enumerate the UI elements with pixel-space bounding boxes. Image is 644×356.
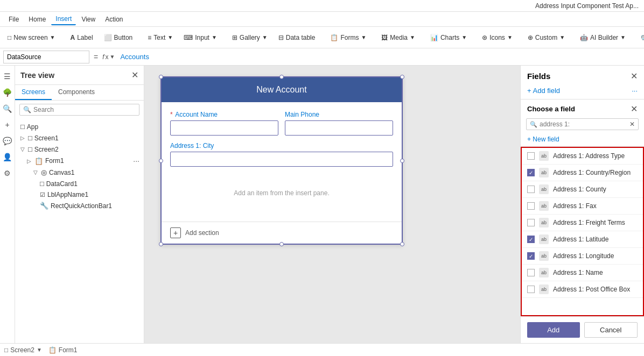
- field-item[interactable]: abAddress 1: Name: [522, 265, 643, 281]
- sidebar-chat-icon[interactable]: 💬: [1, 134, 14, 147]
- sidebar-menu-icon[interactable]: ☰: [1, 70, 14, 83]
- cancel-button[interactable]: Cancel: [584, 322, 638, 338]
- input-account-name[interactable]: [170, 120, 278, 136]
- field-item[interactable]: abAddress 1: Freight Terms: [522, 215, 643, 231]
- add-field-more-button[interactable]: ···: [632, 87, 638, 95]
- status-chevron-icon: ▼: [37, 347, 42, 353]
- sidebar-settings-icon[interactable]: ⚙: [1, 167, 14, 180]
- charts-button[interactable]: 📊 Charts ▼: [426, 32, 471, 44]
- field-item[interactable]: abAddress 1: Country/Region: [522, 165, 643, 181]
- icons-button[interactable]: ⊛ Icons ▼: [478, 32, 517, 44]
- field-item[interactable]: abAddress 1: County: [522, 181, 643, 198]
- tree-item-form1[interactable]: ▷ 📋 Form1 ···: [15, 155, 144, 167]
- field-item[interactable]: abAddress 1: Post Office Box: [522, 281, 643, 298]
- input-button[interactable]: ⌨ Input ▼: [179, 32, 221, 44]
- forms-button[interactable]: 📋 Forms ▼: [326, 32, 370, 44]
- handle-top-left[interactable]: [159, 75, 163, 79]
- tree-panel: Tree view ✕ Screens Components 🔍 □ App ▷…: [15, 66, 144, 343]
- field-checkbox[interactable]: [527, 286, 535, 293]
- ai-builder-button[interactable]: 🤖 AI Builder ▼: [576, 32, 630, 44]
- menu-action[interactable]: Action: [101, 14, 127, 25]
- screen2-icon: □: [28, 145, 32, 153]
- form1-more-button[interactable]: ···: [133, 156, 139, 165]
- handle-top[interactable]: [279, 75, 284, 79]
- menu-view[interactable]: View: [77, 14, 100, 25]
- new-screen-button[interactable]: □ New screen ▼: [3, 32, 60, 44]
- formula-bar: = fx ▼ Accounts: [0, 48, 644, 66]
- required-star: *: [170, 111, 173, 118]
- handle-bottom-left[interactable]: [159, 242, 163, 246]
- media-button[interactable]: 🖼 Media ▼: [377, 32, 419, 44]
- text-button[interactable]: ≡ Text ▼: [143, 32, 177, 44]
- datasource-input[interactable]: [3, 51, 89, 63]
- field-checkbox[interactable]: [527, 236, 535, 243]
- field-checkbox[interactable]: [527, 219, 535, 226]
- lblappname1-icon: ☑: [40, 191, 45, 198]
- add-section-button[interactable]: + Add section: [162, 222, 402, 244]
- handle-bottom[interactable]: [279, 242, 284, 246]
- add-button[interactable]: Add: [527, 322, 580, 338]
- tree-item-lblappname1[interactable]: ☑ LblAppName1: [15, 189, 144, 200]
- mixed-reality-button[interactable]: 🥽 Mixed Reality ▼: [636, 32, 644, 44]
- tree-item-app[interactable]: □ App: [15, 121, 144, 132]
- field-checkbox[interactable]: [527, 169, 535, 176]
- ai-builder-icon: 🤖: [580, 34, 588, 41]
- forms-chevron-icon: ▼: [361, 34, 366, 40]
- tree-item-screen2[interactable]: ▽ □ Screen2: [15, 144, 144, 155]
- tree-item-form1-label: Form1: [45, 157, 64, 165]
- button-button[interactable]: ⬜ Button: [100, 32, 137, 44]
- field-item[interactable]: abAddress 1: Address Type: [522, 148, 643, 165]
- field-search-input[interactable]: [540, 120, 627, 128]
- tree-close-button[interactable]: ✕: [131, 70, 138, 80]
- field-checkbox[interactable]: [527, 152, 535, 160]
- media-chevron-icon: ▼: [410, 34, 415, 40]
- field-search-clear-button[interactable]: ✕: [629, 120, 635, 128]
- tree-item-datacard1[interactable]: □ DataCard1: [15, 178, 144, 189]
- form-title: New Account: [256, 85, 306, 94]
- sidebar-plus-icon[interactable]: +: [1, 118, 14, 131]
- menu-file[interactable]: File: [4, 14, 23, 25]
- field-search-container: 🔍 ✕: [526, 118, 639, 130]
- sidebar-tree-icon[interactable]: 🌳: [1, 86, 14, 99]
- tab-components[interactable]: Components: [52, 85, 101, 100]
- field-item[interactable]: abAddress 1: Latitude: [522, 231, 643, 248]
- status-form1[interactable]: 📋 Form1: [48, 346, 78, 354]
- sidebar-people-icon[interactable]: 👤: [1, 151, 14, 163]
- gallery-button[interactable]: ⊞ Gallery ▼: [228, 32, 272, 44]
- tree-search-input[interactable]: [33, 106, 136, 113]
- tree-item-canvas1[interactable]: ▽ ◎ Canvas1: [15, 167, 144, 178]
- field-checkbox[interactable]: [527, 252, 535, 260]
- label-address-city: Address 1: City: [170, 142, 393, 149]
- input-main-phone[interactable]: [285, 120, 393, 136]
- menu-insert[interactable]: Insert: [51, 13, 76, 25]
- handle-left[interactable]: [159, 159, 163, 163]
- custom-button[interactable]: ⊕ Custom ▼: [523, 32, 569, 44]
- field-checkbox[interactable]: [527, 186, 535, 193]
- tab-screens[interactable]: Screens: [15, 85, 52, 100]
- handle-bottom-right[interactable]: [400, 242, 404, 246]
- data-table-button[interactable]: ⊟ Data table: [274, 32, 320, 44]
- choose-close-button[interactable]: ✕: [631, 104, 638, 114]
- new-field-row[interactable]: + New field: [521, 133, 644, 147]
- handle-top-right[interactable]: [400, 75, 404, 79]
- tree-item-screen1-label: Screen1: [34, 134, 59, 142]
- tree-item-screen1[interactable]: ▷ □ Screen1: [15, 132, 144, 144]
- status-screen2[interactable]: □ Screen2 ▼: [4, 346, 42, 354]
- field-checkbox[interactable]: [527, 202, 535, 210]
- field-item[interactable]: abAddress 1: Longitude: [522, 248, 643, 265]
- handle-right[interactable]: [400, 159, 404, 163]
- field-checkbox[interactable]: [527, 269, 535, 276]
- label-button[interactable]: A Label: [66, 32, 97, 44]
- fx-button[interactable]: fx ▼: [102, 53, 115, 61]
- sidebar-search-icon[interactable]: 🔍: [1, 102, 14, 115]
- screen-icon: □: [4, 346, 8, 354]
- menu-home[interactable]: Home: [24, 14, 50, 25]
- field-name-label: Address 1: Latitude: [553, 236, 638, 243]
- icons-chevron-icon: ▼: [507, 34, 513, 40]
- datacard1-icon: □: [40, 180, 44, 188]
- input-address-city[interactable]: [170, 152, 393, 167]
- field-item[interactable]: abAddress 1: Fax: [522, 198, 643, 215]
- tree-item-rectquickactionbar1[interactable]: 🔧 RectQuickActionBar1: [15, 200, 144, 211]
- add-field-row[interactable]: + Add field ···: [521, 84, 644, 99]
- fields-close-button[interactable]: ✕: [631, 71, 638, 81]
